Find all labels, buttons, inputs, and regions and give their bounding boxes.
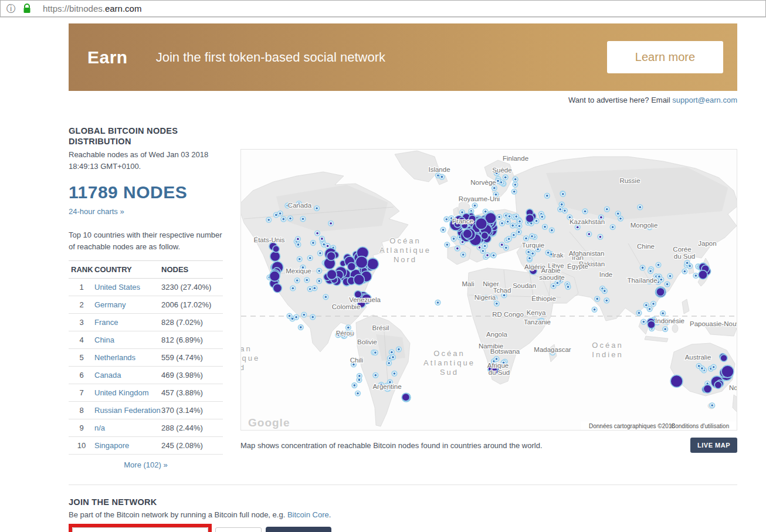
country-table-body: 1United States3230 (27.40%)2Germany2006 … — [69, 279, 223, 455]
country-link[interactable]: Singapore — [94, 441, 129, 450]
country-label: Égypte — [567, 263, 588, 270]
country-label: RD Congo — [492, 311, 524, 318]
country-link[interactable]: n/a — [94, 423, 105, 432]
country-label: Afrique — [487, 362, 509, 369]
join-network-title: JOIN THE NETWORK — [69, 497, 737, 507]
nodes-cell: 559 (4.74%) — [161, 349, 223, 367]
country-label: Thaïlande — [627, 277, 657, 284]
country-link[interactable]: Russian Federation — [94, 406, 161, 415]
table-row: 7United Kingdom457 (3.88%) — [69, 384, 223, 402]
nodes-header: NODES — [161, 261, 223, 279]
nodes-cell: 2006 (17.02%) — [161, 296, 223, 314]
country-label: Corée — [673, 246, 691, 253]
country-label: Venezuela — [349, 296, 381, 303]
country-link[interactable]: France — [94, 318, 118, 327]
rank-cell: 10 — [69, 437, 94, 455]
country-link[interactable]: United Kingdom — [94, 388, 149, 397]
country-link[interactable]: Netherlands — [94, 353, 135, 362]
join-desc-suffix: . — [329, 510, 331, 519]
country-cell: Netherlands — [94, 349, 161, 367]
rank-cell: 7 — [69, 384, 94, 402]
country-label: France — [452, 218, 473, 225]
country-cell: Germany — [94, 296, 161, 314]
bitcoin-nodes-map[interactable]: CanadaIslandeFinlandeSuèdeNorvègeRussieR… — [240, 149, 737, 431]
table-row: 1United States3230 (27.40%) — [69, 279, 223, 296]
node-address-input[interactable] — [72, 527, 208, 532]
ocean-label: Pacifique — [241, 354, 260, 362]
country-label: Mongolie — [631, 222, 658, 229]
join-desc-text: Be part of the Bitcoin network by runnin… — [69, 510, 287, 519]
rank-header: RANK — [69, 261, 94, 279]
rank-cell: 6 — [69, 367, 94, 384]
rank-cell: 1 — [69, 279, 94, 296]
country-link[interactable]: China — [94, 336, 114, 344]
country-label: Canada — [288, 202, 312, 209]
country-label: Angola — [486, 331, 507, 338]
country-link[interactable]: Germany — [94, 300, 126, 309]
country-label: Madagascar — [534, 346, 571, 353]
world-map-svg: CanadaIslandeFinlandeSuèdeNorvègeRussieR… — [241, 150, 737, 430]
24-hour-charts-link[interactable]: 24-hour charts » — [69, 207, 124, 216]
country-label: Islande — [428, 166, 450, 173]
country-label: Kenya — [527, 309, 546, 316]
advertise-email-link[interactable]: support@earn.com — [672, 96, 737, 104]
country-label: Soudan — [513, 282, 536, 289]
country-label: Nouvelle-Zélande — [729, 384, 737, 391]
earn-ad-banner[interactable]: Earn Join the first token-based social n… — [69, 23, 737, 91]
url-prefix: https://bitnodes. — [43, 4, 105, 13]
table-row: 4China812 (6.89%) — [69, 331, 223, 349]
country-cell: Canada — [94, 367, 161, 384]
rank-cell: 4 — [69, 331, 94, 349]
top-countries-intro: Top 10 countries with their respective n… — [69, 229, 223, 252]
bitcoin-core-link[interactable]: Bitcoin Core — [287, 510, 329, 519]
join-network-description: Be part of the Bitcoin network by runnin… — [69, 510, 737, 519]
learn-more-button[interactable]: Learn more — [607, 41, 723, 73]
country-label: Indonésie — [655, 317, 684, 324]
https-lock-icon[interactable] — [23, 4, 31, 13]
map-terms-link[interactable]: Conditions d'utilisation — [671, 423, 729, 429]
table-row: 3France828 (7.02%) — [69, 314, 223, 331]
node-count: 11789 NODES — [69, 182, 223, 202]
country-label: Chine — [637, 243, 655, 250]
ocean-label: Océan — [592, 341, 623, 350]
country-label: du Sud — [489, 369, 510, 376]
country-label: Éthiopie — [531, 295, 556, 302]
map-attribution: Données cartographiques ©2018 — [589, 423, 675, 429]
ocean-label: Sud — [241, 363, 246, 372]
country-label: Russie — [619, 177, 640, 184]
ocean-label: Sud — [440, 368, 459, 377]
join-network-section: JOIN THE NETWORK Be part of the Bitcoin … — [69, 497, 737, 532]
country-label: Australie — [685, 354, 711, 361]
section-divider — [69, 484, 737, 485]
browser-address-bar[interactable]: ⓘ https://bitnodes.earn.com — [0, 0, 766, 17]
country-link[interactable]: Canada — [94, 371, 121, 379]
country-label: Arabie — [541, 267, 560, 274]
more-countries-link[interactable]: More (102) » — [69, 460, 223, 469]
table-row: 6Canada469 (3.98%) — [69, 367, 223, 384]
table-row: 2Germany2006 (17.02%) — [69, 296, 223, 314]
page-title: GLOBAL BITCOIN NODES DISTRIBUTION — [69, 126, 223, 147]
country-label: États-Unis — [253, 236, 284, 243]
nodes-cell: 370 (3.14%) — [161, 402, 223, 419]
browser-chrome: ⓘ https://bitnodes.earn.com — [0, 0, 766, 18]
live-map-button[interactable]: LIVE MAP — [690, 438, 737, 453]
country-cell: n/a — [94, 419, 161, 437]
advertise-text: Want to advertise here? Email — [568, 96, 672, 104]
country-label: Chili — [350, 357, 363, 364]
url-text[interactable]: https://bitnodes.earn.com — [43, 4, 141, 13]
country-label: Mali — [462, 280, 474, 287]
country-cell: United States — [94, 279, 161, 296]
banner-tagline: Join the first token-based social networ… — [156, 50, 385, 65]
country-label: Bolivie — [357, 338, 377, 345]
ocean-label: Indien — [592, 350, 623, 359]
nodes-cell: 457 (3.88%) — [161, 384, 223, 402]
country-link[interactable]: United States — [94, 283, 140, 292]
nodes-cell: 288 (2.44%) — [161, 419, 223, 437]
nodes-cell: 245 (2.08%) — [161, 437, 223, 455]
port-input[interactable] — [215, 527, 262, 532]
country-label: Argentine — [372, 383, 401, 390]
country-label: Mexique — [286, 267, 311, 275]
check-node-button[interactable]: CHECK NODE — [266, 527, 331, 532]
page-info-icon[interactable]: ⓘ — [6, 4, 16, 13]
reachable-nodes-timestamp: Reachable nodes as of Wed Jan 03 2018 18… — [69, 149, 223, 172]
